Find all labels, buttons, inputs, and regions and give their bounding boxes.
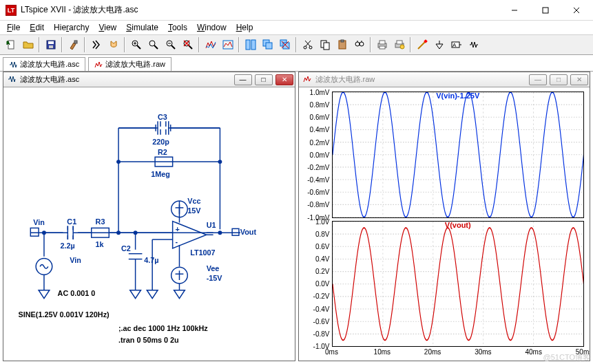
schematic-min-button[interactable]: — — [234, 74, 252, 85]
svg-rect-6 — [48, 41, 54, 44]
svg-text:1k: 1k — [96, 240, 105, 248]
menu-tools[interactable]: Tools — [164, 23, 191, 32]
svg-marker-134 — [147, 290, 158, 299]
tab-schematic[interactable]: 滤波放大电路.asc — [3, 57, 85, 71]
plot-vin[interactable]: V(vin)-1.25V 1.0mV0.8mV0.6mV0.4mV0.2mV0.… — [332, 92, 585, 218]
menu-edit[interactable]: Edit — [25, 23, 48, 32]
svg-text:-: - — [176, 237, 178, 246]
zoom-in-icon[interactable] — [128, 37, 144, 53]
svg-marker-132 — [39, 290, 50, 299]
maximize-button[interactable] — [530, 1, 561, 20]
plot-vout[interactable]: V(vout) 1.0V0.8V0.6V0.4V0.2V0.0V-0.2V-0.… — [332, 221, 585, 347]
print-icon[interactable] — [374, 37, 390, 53]
svg-text:-15V: -15V — [207, 274, 223, 282]
svg-text:LT1007: LT1007 — [190, 248, 215, 257]
close-windows-icon[interactable] — [277, 37, 293, 53]
svg-point-126 — [218, 160, 222, 164]
schematic-close-button[interactable]: ✕ — [275, 74, 293, 85]
tab-raw[interactable]: 滤波放大电路.raw — [88, 57, 171, 71]
ground-icon[interactable] — [431, 37, 447, 53]
svg-point-40 — [360, 42, 364, 46]
svg-text:SINE(1.25V 0.001V 120Hz): SINE(1.25V 0.001V 120Hz) — [19, 310, 110, 319]
svg-point-31 — [304, 46, 306, 49]
new-schematic-icon[interactable] — [3, 37, 19, 53]
svg-text:C1: C1 — [67, 217, 76, 226]
svg-text:C3: C3 — [158, 113, 167, 121]
menu-file[interactable]: File — [3, 23, 24, 32]
svg-rect-45 — [379, 46, 385, 49]
svg-text:1Meg: 1Meg — [151, 170, 170, 178]
zoom-pan-icon[interactable] — [145, 37, 161, 53]
svg-text:U1: U1 — [207, 221, 216, 229]
svg-marker-133 — [130, 290, 141, 299]
menu-help[interactable]: Help — [232, 23, 258, 32]
schematic-canvas[interactable]: C3 220p R2 1Meg Vcc 15V +- U1 LT1007 — [3, 87, 295, 361]
run-icon[interactable] — [88, 37, 104, 53]
svg-line-16 — [171, 45, 175, 49]
label-net-icon[interactable]: A — [448, 37, 464, 53]
svg-rect-4 — [8, 41, 14, 49]
pick-visible-traces-icon[interactable] — [220, 37, 236, 53]
menu-hierarchy[interactable]: Hierarchy — [50, 23, 93, 32]
svg-point-127 — [116, 231, 121, 235]
svg-rect-38 — [341, 40, 344, 42]
resistor-icon[interactable] — [466, 37, 481, 53]
close-button[interactable] — [561, 1, 592, 20]
menu-view[interactable]: View — [94, 23, 121, 32]
waveform-min-button[interactable]: — — [529, 74, 547, 85]
toolbar: A — [0, 34, 593, 55]
cut-icon[interactable] — [300, 37, 315, 53]
svg-text:Vin: Vin — [70, 256, 81, 264]
waveform-close-button[interactable]: ✕ — [570, 74, 588, 85]
control-panel-icon[interactable] — [65, 37, 81, 53]
save-icon[interactable] — [43, 37, 59, 53]
open-icon[interactable] — [20, 37, 36, 53]
svg-rect-36 — [324, 43, 329, 50]
draw-wire-icon[interactable] — [414, 37, 430, 53]
waveform-window-titlebar[interactable]: 滤波放大电路.raw — □ ✕ — [299, 72, 590, 87]
svg-point-130 — [42, 231, 46, 235]
svg-text:+: + — [176, 225, 180, 233]
svg-marker-135 — [174, 290, 185, 299]
titlebar: LT LTspice XVII - 滤波放大电路.asc — [0, 0, 593, 21]
app-logo-icon: LT — [6, 5, 17, 16]
waveform-window: 滤波放大电路.raw — □ ✕ V(vin)-1.25V 1.0mV0.8mV… — [298, 72, 591, 361]
svg-line-33 — [306, 41, 311, 46]
svg-text:15V: 15V — [187, 206, 201, 215]
svg-text:R3: R3 — [96, 217, 105, 226]
tile-windows-icon[interactable] — [242, 37, 258, 53]
zoom-out-icon[interactable] — [163, 37, 178, 53]
schematic-window-titlebar[interactable]: 滤波放大电路.asc — □ ✕ — [3, 72, 295, 87]
menu-simulate[interactable]: Simulate — [122, 23, 163, 32]
waveform-canvas[interactable]: V(vin)-1.25V 1.0mV0.8mV0.6mV0.4mV0.2mV0.… — [299, 87, 590, 361]
minimize-button[interactable] — [499, 1, 530, 20]
watermark: @51CTO博客 — [543, 352, 590, 363]
svg-line-10 — [137, 45, 141, 49]
cascade-windows-icon[interactable] — [260, 37, 275, 53]
svg-text:Vcc: Vcc — [187, 197, 200, 205]
search-icon[interactable] — [351, 37, 367, 53]
menu-window[interactable]: Window — [193, 23, 231, 32]
svg-rect-7 — [49, 45, 53, 48]
svg-rect-23 — [246, 40, 250, 50]
svg-point-129 — [218, 231, 222, 235]
svg-text:R2: R2 — [158, 148, 167, 156]
schematic-max-button[interactable]: □ — [255, 74, 273, 85]
waveform-max-button[interactable]: □ — [550, 74, 568, 85]
svg-text:2.2µ: 2.2µ — [61, 242, 75, 250]
window-title: LTspice XVII - 滤波放大电路.asc — [21, 4, 499, 16]
svg-text:.tran 0 50ms 0 2u: .tran 0 50ms 0 2u — [118, 336, 179, 344]
tab-label: 滤波放大电路.raw — [105, 59, 165, 69]
schematic-window-title: 滤波放大电路.asc — [20, 74, 79, 85]
svg-point-39 — [355, 42, 360, 46]
autorange-icon[interactable] — [202, 37, 218, 53]
svg-text:220p: 220p — [152, 138, 169, 146]
copy-icon[interactable] — [317, 37, 333, 53]
svg-text:Vin: Vin — [33, 218, 45, 226]
paste-icon[interactable] — [334, 37, 350, 53]
waveform-window-title: 滤波放大电路.raw — [315, 74, 375, 85]
halt-icon[interactable] — [105, 37, 121, 53]
svg-rect-8 — [74, 41, 77, 43]
zoom-fit-icon[interactable] — [180, 37, 196, 53]
print-setup-icon[interactable] — [391, 37, 407, 53]
